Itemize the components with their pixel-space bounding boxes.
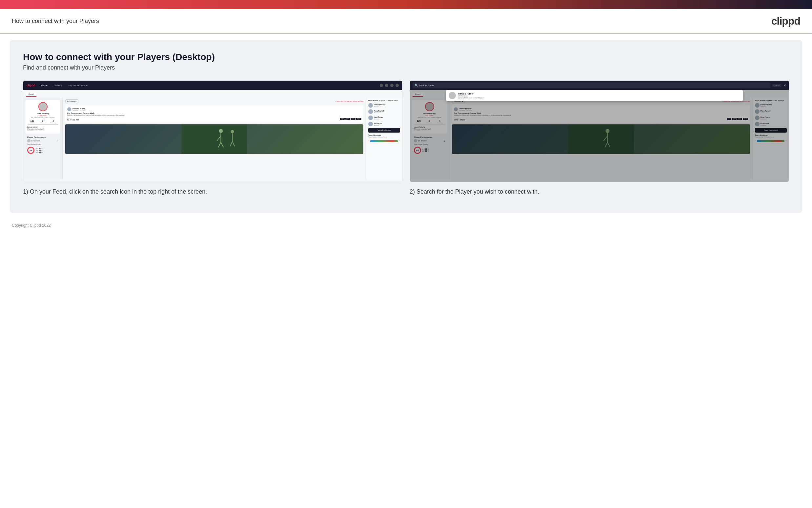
player-name-3: Hiral Pujara	[374, 116, 383, 118]
search-icon-overlay: 🔍	[415, 84, 418, 87]
mock-left-col-1: Blair McHarg Golf Coach Mill Ride Golf C…	[23, 98, 63, 179]
player-avatar-3	[368, 116, 373, 120]
avatar-area	[27, 102, 58, 111]
user-info: Richard Butler Yesterday · The Grove	[73, 108, 86, 111]
app-bar-label: APP ██ 70	[36, 150, 58, 151]
user-avatar	[67, 107, 71, 111]
player-item-2: Piers Parnell Activities: 4	[368, 109, 400, 114]
pp-player-name: Eli Vincent	[32, 140, 40, 142]
activity-title: Pre Tournament Course Walk	[67, 112, 362, 114]
divider	[27, 124, 58, 125]
player-name-4: Eli Vincent	[374, 122, 382, 124]
tag-putt: PUTT	[356, 118, 362, 120]
team-dashboard-button[interactable]: Team Dashboard	[368, 128, 400, 133]
mock-middle-col-1: Following ▾ Control who can see your act…	[63, 98, 366, 179]
result-name: Marcus Turner	[458, 92, 484, 95]
following-row: Following ▾ Control who can see your act…	[65, 99, 363, 103]
profile-club: Mill Ride Golf Club, United Kingdom	[27, 117, 58, 119]
player-acts-3: Activities: 3	[374, 118, 383, 120]
svg-rect-0	[182, 124, 247, 154]
search-result-dropdown[interactable]: Marcus Turner 1.5 Handicap Cypress Point…	[446, 90, 743, 101]
result-info: Marcus Turner 1.5 Handicap Cypress Point…	[458, 92, 484, 99]
result-club: Cypress Point Club, United Kingdom	[458, 97, 484, 99]
mock-nav-performance[interactable]: My Performance	[67, 83, 89, 88]
mock-nav-teams[interactable]: Teams	[53, 83, 63, 88]
avatar	[38, 102, 48, 111]
mock-body-1: Blair McHarg Golf Coach Mill Ride Golf C…	[23, 98, 402, 179]
mock-logo-1: clippd	[27, 84, 36, 87]
panel-2: clippd Home Teams My Performance Feed	[410, 80, 789, 196]
player-info-2: Piers Parnell Activities: 4	[374, 110, 384, 114]
feed-tab[interactable]: Feed	[26, 92, 36, 97]
followers-num: 3	[40, 120, 45, 122]
ott-bar-label: OTT ██ 79	[36, 148, 58, 149]
tag-app: APP	[345, 118, 350, 120]
main-heading: How to connect with your Players (Deskto…	[23, 52, 789, 62]
search-input-area[interactable]: 🔍 Marcus Turner	[413, 82, 770, 88]
clear-button[interactable]: CLEAR	[772, 84, 781, 87]
tag-arg: ARG	[350, 118, 355, 120]
pp-title: Player Performance	[27, 136, 58, 138]
screenshot-1: clippd Home Teams My Performance Feed	[23, 80, 402, 182]
latest-activity: Latest Activity Afternoon round of golf …	[27, 126, 58, 132]
player-avatar-1	[368, 103, 373, 108]
player-acts-4: Activities: 1	[374, 124, 382, 126]
activities-label: Activities	[30, 122, 35, 124]
score-row: 84 OTT ██ 79 APP ██ 70 ARG ██ 84	[27, 147, 58, 154]
search-bar: 🔍 Marcus Turner CLEAR ✕	[410, 81, 789, 90]
user-name: Richard Butler	[73, 108, 86, 110]
stat-following: 4 Following	[50, 120, 56, 124]
activity-tags: OTT APP ARG PUTT	[340, 118, 362, 120]
following-num: 4	[50, 120, 56, 122]
main-subheading: Find and connect with your Players	[23, 64, 789, 71]
pp-player-row: Eli Vincent ▾	[27, 139, 58, 142]
heatmap-bar	[370, 140, 398, 142]
svg-point-1	[219, 129, 223, 133]
copyright: Copyright Clippd 2022	[12, 223, 51, 228]
quality-label: Total Player Quality	[27, 143, 58, 145]
footer: Copyright Clippd 2022	[0, 219, 812, 232]
pp-dropdown-icon[interactable]: ▾	[57, 140, 58, 142]
page-title: How to connect with your Players	[12, 18, 99, 25]
activity-header: Richard Butler Yesterday · The Grove	[67, 107, 362, 111]
control-link[interactable]: Control who can see your activity and da…	[335, 101, 363, 102]
player-item-1: Richard Butler Activities: 7	[368, 103, 400, 108]
caption-2: 2) Search for the Player you wish to con…	[410, 187, 789, 196]
player-item-3: Hiral Pujara Activities: 3	[368, 116, 400, 120]
activity-card: Richard Butler Yesterday · The Grove Pre…	[65, 105, 363, 123]
dur-value: 02 hr : 00 min	[67, 119, 79, 121]
settings-icon[interactable]	[390, 84, 393, 87]
player-acts-1: Activities: 7	[374, 106, 385, 107]
player-info-3: Hiral Pujara Activities: 3	[374, 116, 383, 120]
player-avatar-4	[368, 122, 373, 126]
panel-1: clippd Home Teams My Performance Feed	[23, 80, 402, 196]
player-item-4: Eli Vincent Activities: 1	[368, 122, 400, 126]
duration-label: Duration 02 hr : 00 min	[67, 117, 79, 121]
pp-player-avatar	[27, 139, 31, 142]
following-button[interactable]: Following ▾	[65, 99, 78, 103]
heatmap-sub: Player Quality · 20 Round Trend	[368, 136, 400, 138]
header: How to connect with your Players clippd	[0, 9, 812, 34]
player-info-1: Richard Butler Activities: 7	[374, 104, 385, 107]
profile-icon[interactable]	[385, 84, 388, 87]
top-gradient-bar	[0, 0, 812, 9]
duration-row: Duration 02 hr : 00 min OTT APP ARG PUTT	[67, 117, 362, 121]
player-info-4: Eli Vincent Activities: 1	[374, 122, 382, 126]
mock-nav-home[interactable]: Home	[39, 83, 49, 88]
search-icon[interactable]	[380, 84, 383, 87]
stat-activities: 129 Activities	[30, 120, 35, 124]
profile-role: Golf Coach	[27, 115, 58, 117]
search-query-text: Marcus Turner	[420, 84, 434, 87]
most-active-title: Most Active Players - Last 30 days	[368, 99, 400, 101]
activities-num: 129	[30, 120, 35, 122]
close-button[interactable]: ✕	[783, 84, 786, 87]
followers-label: Followers	[40, 122, 45, 124]
activity-desc: Walking the course with my coach to buil…	[67, 115, 362, 116]
player-avatar-2	[368, 109, 373, 114]
logo: clippd	[771, 15, 800, 27]
svg-point-6	[231, 130, 234, 133]
latest-date: 27 Jul 2022	[27, 130, 58, 132]
heatmap-scale: -5 +5	[368, 139, 400, 142]
avatar-icon[interactable]	[395, 84, 399, 87]
main-content: How to connect with your Players (Deskto…	[10, 40, 802, 213]
